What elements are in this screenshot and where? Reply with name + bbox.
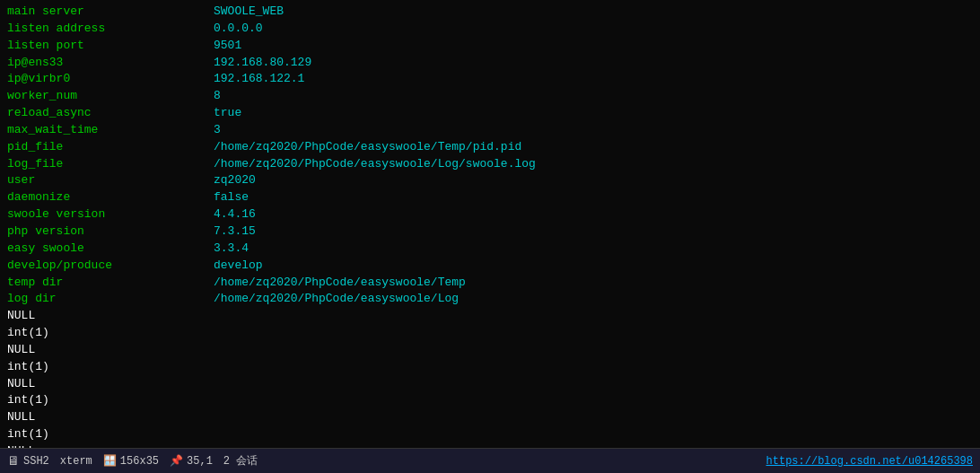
terminal-output: main serverSWOOLE_WEB listen address0.0.… <box>0 0 980 448</box>
null-line-1: NULL <box>7 308 973 325</box>
row-ip-virbr0: ip@virbr0192.168.122.1 <box>7 71 973 88</box>
row-log-dir: log dir/home/zq2020/PhpCode/easyswoole/L… <box>7 291 973 308</box>
key-log-dir: log dir <box>7 291 214 308</box>
val-max-wait-time: 3 <box>214 122 221 139</box>
val-temp-dir: /home/zq2020/PhpCode/easyswoole/Temp <box>214 275 466 292</box>
val-listen-port: 9501 <box>214 38 241 55</box>
row-swoole-version: swoole version4.4.16 <box>7 206 973 223</box>
val-ip-ens33: 192.168.80.129 <box>214 55 311 72</box>
row-reload-async: reload_asynctrue <box>7 105 973 122</box>
val-worker-num: 8 <box>214 88 221 105</box>
row-worker-num: worker_num8 <box>7 88 973 105</box>
row-pid-file: pid_file/home/zq2020/PhpCode/easyswoole/… <box>7 139 973 156</box>
key-listen-port: listen port <box>7 38 214 55</box>
row-ip-ens33: ip@ens33192.168.80.129 <box>7 55 973 72</box>
taskbar-dimensions: 🪟 156x35 <box>103 454 159 468</box>
col-label: 35,1 <box>187 455 213 468</box>
row-temp-dir: temp dir/home/zq2020/PhpCode/easyswoole/… <box>7 275 973 292</box>
val-main-server: SWOOLE_WEB <box>214 4 284 21</box>
key-easy-swoole: easy swoole <box>7 241 214 258</box>
session-label: 2 会话 <box>223 453 258 469</box>
key-php-version: php version <box>7 223 214 241</box>
row-user: userzq2020 <box>7 172 973 189</box>
row-main-server: main serverSWOOLE_WEB <box>7 4 973 21</box>
row-log-file: log_file/home/zq2020/PhpCode/easyswoole/… <box>7 156 973 173</box>
row-develop-produce: develop/producedevelop <box>7 258 973 275</box>
key-swoole-version: swoole version <box>7 206 214 223</box>
val-daemonize: false <box>214 189 249 206</box>
taskbar-ssh2: 🖥 SSH2 <box>7 454 49 469</box>
row-easy-swoole: easy swoole3.3.4 <box>7 241 973 258</box>
taskbar: 🖥 SSH2 xterm 🪟 156x35 📌 35,1 2 会话 https:… <box>0 448 980 473</box>
null-line-2: NULL <box>7 342 973 359</box>
key-reload-async: reload_async <box>7 105 214 122</box>
key-ip-virbr0: ip@virbr0 <box>7 71 214 88</box>
xterm-label: xterm <box>60 455 92 468</box>
taskbar-url[interactable]: https://blog.csdn.net/u014265398 <box>766 455 973 468</box>
val-pid-file: /home/zq2020/PhpCode/easyswoole/Temp/pid… <box>214 139 521 156</box>
val-easy-swoole: 3.3.4 <box>214 241 249 258</box>
val-user: zq2020 <box>214 172 256 189</box>
val-log-dir: /home/zq2020/PhpCode/easyswoole/Log <box>214 291 459 308</box>
row-php-version: php version7.3.15 <box>7 223 973 241</box>
url-text: https://blog.csdn.net/u014265398 <box>766 455 973 468</box>
int-line-2: int(1) <box>7 359 973 376</box>
key-ip-ens33: ip@ens33 <box>7 55 214 72</box>
row-daemonize: daemonizefalse <box>7 189 973 206</box>
key-temp-dir: temp dir <box>7 275 214 292</box>
taskbar-xterm: xterm <box>60 455 92 468</box>
key-listen-address: listen address <box>7 21 214 38</box>
taskbar-session: 2 会话 <box>223 453 258 469</box>
key-user: user <box>7 172 214 189</box>
val-php-version: 7.3.15 <box>214 223 256 241</box>
val-log-file: /home/zq2020/PhpCode/easyswoole/Log/swoo… <box>214 156 536 173</box>
val-reload-async: true <box>214 105 241 122</box>
taskbar-col: 📌 35,1 <box>170 454 213 468</box>
row-listen-port: listen port9501 <box>7 38 973 55</box>
int-line-3: int(1) <box>7 392 973 409</box>
null-line-4: NULL <box>7 409 973 426</box>
val-develop-produce: develop <box>214 258 263 275</box>
dimensions-label: 156x35 <box>120 455 159 468</box>
key-max-wait-time: max_wait_time <box>7 122 214 139</box>
ssh-label: SSH2 <box>23 455 49 468</box>
key-daemonize: daemonize <box>7 189 214 206</box>
row-listen-address: listen address0.0.0.0 <box>7 21 973 38</box>
val-ip-virbr0: 192.168.122.1 <box>214 71 304 88</box>
key-log-file: log_file <box>7 156 214 173</box>
null-line-3: NULL <box>7 376 973 393</box>
key-pid-file: pid_file <box>7 139 214 156</box>
key-main-server: main server <box>7 4 214 21</box>
monitor-icon: 🖥 <box>7 454 20 469</box>
int-line-4: int(1) <box>7 426 973 443</box>
val-swoole-version: 4.4.16 <box>214 206 256 223</box>
key-worker-num: worker_num <box>7 88 214 105</box>
key-develop-produce: develop/produce <box>7 258 214 275</box>
int-line-1: int(1) <box>7 325 973 342</box>
row-max-wait-time: max_wait_time3 <box>7 122 973 139</box>
val-listen-address: 0.0.0.0 <box>214 21 263 38</box>
taskbar-left: 🖥 SSH2 xterm 🪟 156x35 📌 35,1 2 会话 <box>7 453 258 469</box>
